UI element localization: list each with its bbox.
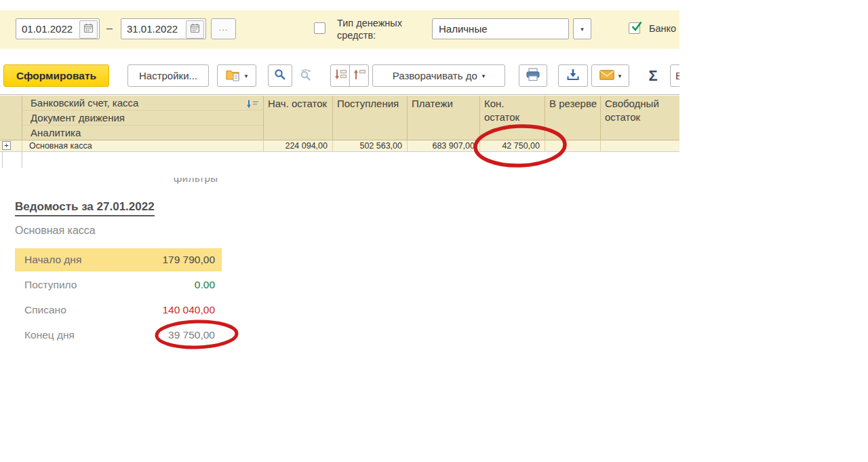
search-button[interactable] xyxy=(268,64,292,87)
expand-rows-button[interactable] xyxy=(349,64,369,87)
filter-bar: 01.01.2022 – 31.01.2022 ... Тип денежных… xyxy=(0,10,679,49)
cash-type-selected-value: Наличные xyxy=(439,23,488,35)
statement-row-written-off: Списано 140 040,00 xyxy=(15,299,222,322)
cash-type-label: Тип денежных средств: xyxy=(337,18,420,41)
totals-button[interactable]: Σ xyxy=(640,64,666,87)
cash-type-checkbox[interactable] xyxy=(314,22,326,34)
row-expander-button[interactable]: + xyxy=(2,141,11,150)
expand-arrow-icon xyxy=(353,69,366,83)
clipped-right-button[interactable]: В xyxy=(670,64,679,87)
statement-row-day-start: Начало дня 179 790,00 xyxy=(15,248,222,271)
statement-row-received: Поступило 0.00 xyxy=(15,273,222,296)
cancel-search-icon xyxy=(299,69,313,83)
cell-payments: 683 907,00 xyxy=(407,140,479,151)
cancel-search-button[interactable] xyxy=(294,64,318,87)
collapse-rows-button[interactable] xyxy=(330,64,350,87)
cell-reserved xyxy=(545,140,600,151)
expand-to-label: Разворачивать до xyxy=(393,70,477,81)
statement-subtitle: Основная касса xyxy=(15,225,96,237)
clipped-filters-text: фильтры xyxy=(174,178,235,187)
period-more-button[interactable]: ... xyxy=(211,18,236,39)
date-from-calendar-button[interactable] xyxy=(79,20,98,39)
header-receipts[interactable]: Поступления xyxy=(332,96,407,140)
report-table: Банковский счет, касса Документ движения… xyxy=(0,94,679,168)
calendar-icon xyxy=(190,23,200,36)
report-window: 01.01.2022 – 31.01.2022 ... Тип денежных… xyxy=(0,0,868,462)
printer-icon xyxy=(526,68,540,83)
collapse-arrow-icon xyxy=(334,69,347,83)
cash-type-select-arrow-button[interactable]: ▾ xyxy=(573,18,591,39)
cash-type-select[interactable]: Наличные xyxy=(432,18,569,39)
date-from-value: 01.01.2022 xyxy=(22,23,73,35)
report-table-header: Банковский счет, касса Документ движения… xyxy=(0,96,679,140)
chevron-down-icon: ▾ xyxy=(580,26,584,33)
calendar-icon xyxy=(83,23,94,36)
header-bank-account[interactable]: Банковский счет, касса xyxy=(22,96,263,111)
cell-account-name: Основная касса xyxy=(22,140,263,151)
cell-free-balance xyxy=(600,140,679,151)
header-opening-balance[interactable]: Нач. остаток xyxy=(263,96,332,140)
header-free-balance[interactable]: Свободный остаток xyxy=(600,96,679,140)
send-mail-button[interactable]: ▾ xyxy=(591,64,629,87)
date-from-field[interactable]: 01.01.2022 xyxy=(16,18,100,39)
search-icon xyxy=(274,69,286,83)
statement-title: Ведомость за 27.01.2022 xyxy=(15,200,155,216)
download-icon xyxy=(566,68,580,83)
header-movement-document[interactable]: Документ движения xyxy=(22,111,263,126)
statement-rows: Начало дня 179 790,00 Поступило 0.00 Спи… xyxy=(15,248,222,349)
empty-row-border-left xyxy=(2,152,3,168)
chevron-down-icon: ▾ xyxy=(245,73,248,79)
day-start-value: 179 790,00 xyxy=(162,254,215,266)
settings-button[interactable]: Настройки... xyxy=(127,64,209,87)
expand-to-button[interactable]: Разворачивать до ▾ xyxy=(372,64,505,87)
generate-button[interactable]: Сформировать xyxy=(3,64,109,87)
date-to-value: 31.01.2022 xyxy=(127,23,178,35)
empty-row-border-col xyxy=(22,152,22,168)
header-analytics[interactable]: Аналитика xyxy=(22,126,263,140)
sigma-icon: Σ xyxy=(648,67,657,85)
check-icon xyxy=(630,20,644,36)
header-payments[interactable]: Платежи xyxy=(407,96,479,140)
chevron-down-icon: ▾ xyxy=(618,73,622,79)
received-value: 0.00 xyxy=(195,279,215,291)
date-to-field[interactable]: 31.01.2022 xyxy=(121,18,206,39)
header-group-col1: Банковский счет, касса Документ движения… xyxy=(22,96,263,140)
bank-checkbox-label: Банко xyxy=(649,23,676,35)
folder-document-icon xyxy=(226,69,241,83)
toolbar: Сформировать Настройки... ▾ xyxy=(0,64,679,87)
header-reserved[interactable]: В резерве xyxy=(545,96,600,140)
print-button[interactable] xyxy=(519,64,547,87)
table-row-main-cashbox[interactable]: + Основная касса 224 094,00 502 563,00 6… xyxy=(0,140,679,152)
cell-receipts: 502 563,00 xyxy=(332,140,407,151)
date-range-dash: – xyxy=(106,22,113,35)
cell-opening-balance: 224 094,00 xyxy=(263,140,332,151)
date-to-calendar-button[interactable] xyxy=(186,20,204,39)
report-variants-button[interactable]: ▾ xyxy=(217,64,256,87)
bank-checkbox[interactable] xyxy=(629,22,640,34)
statement-row-day-end: Конец дня 39 750,00 xyxy=(15,324,222,347)
clipped-right-button-label: В xyxy=(675,70,679,81)
day-end-value: 39 750,00 xyxy=(168,329,215,341)
save-button[interactable] xyxy=(558,64,588,87)
written-off-value: 140 040,00 xyxy=(162,304,215,316)
chevron-down-icon: ▾ xyxy=(482,73,486,79)
header-closing-balance[interactable]: Кон. остаток xyxy=(479,96,545,140)
cell-closing-balance: 42 750,00 xyxy=(479,140,545,151)
envelope-icon xyxy=(599,70,614,82)
